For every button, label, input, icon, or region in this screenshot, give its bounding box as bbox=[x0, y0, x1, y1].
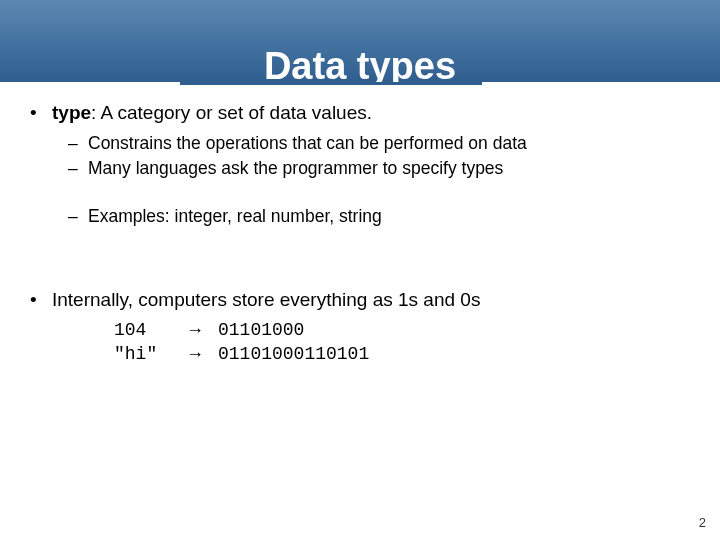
bullet-mark: • bbox=[30, 287, 52, 313]
sub-text: Many languages ask the programmer to spe… bbox=[88, 157, 503, 181]
dash-mark: – bbox=[68, 157, 88, 181]
dash-mark: – bbox=[68, 132, 88, 156]
bullet-item: • Internally, computers store everything… bbox=[30, 287, 690, 313]
bullet-text: Internally, computers store everything a… bbox=[52, 287, 480, 313]
code-val: 01101000110101 bbox=[218, 342, 369, 366]
code-block: 104 → 01101000 "hi" → 01101000110101 bbox=[114, 318, 690, 367]
sub-text: Examples: integer, real number, string bbox=[88, 205, 382, 229]
code-row: 104 → 01101000 bbox=[114, 318, 690, 342]
title-bar: Data types bbox=[0, 0, 720, 82]
sub-item: – Many languages ask the programmer to s… bbox=[68, 157, 690, 181]
bullet-text: type: A category or set of data values. bbox=[52, 100, 372, 126]
arrow-icon: → bbox=[186, 318, 218, 342]
dash-mark: – bbox=[68, 205, 88, 229]
code-key: "hi" bbox=[114, 342, 186, 366]
arrow-icon: → bbox=[186, 342, 218, 366]
sub-item: – Examples: integer, real number, string bbox=[68, 205, 690, 229]
sub-item: – Constrains the operations that can be … bbox=[68, 132, 690, 156]
slide-body: • type: A category or set of data values… bbox=[0, 82, 720, 367]
code-row: "hi" → 01101000110101 bbox=[114, 342, 690, 366]
code-key: 104 bbox=[114, 318, 186, 342]
term: type bbox=[52, 102, 91, 123]
title-underline bbox=[180, 82, 482, 85]
term-def: : A category or set of data values. bbox=[91, 102, 372, 123]
bullet-item: • type: A category or set of data values… bbox=[30, 100, 690, 126]
sub-text: Constrains the operations that can be pe… bbox=[88, 132, 527, 156]
bullet-mark: • bbox=[30, 100, 52, 126]
code-val: 01101000 bbox=[218, 318, 304, 342]
page-number: 2 bbox=[699, 515, 706, 530]
